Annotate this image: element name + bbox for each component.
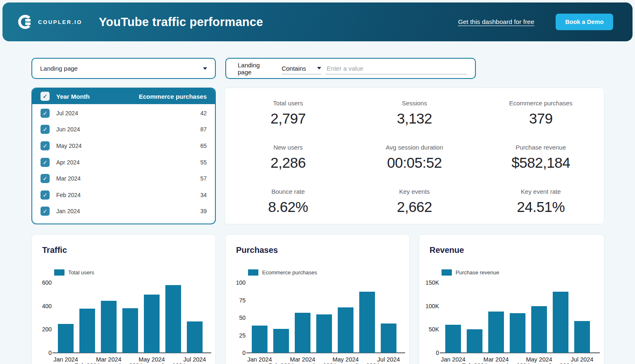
- select-all-checkbox[interactable]: ✓: [41, 92, 50, 101]
- row-checkbox[interactable]: ✓: [41, 109, 50, 118]
- kpi-value: 00:05:52: [387, 155, 442, 171]
- bar-mar-2024[interactable]: [488, 312, 504, 353]
- bar-may-2024[interactable]: [144, 295, 160, 353]
- operator-value: Contains: [282, 65, 306, 72]
- landing-page-condition-filter: Landing page Contains: [225, 58, 476, 79]
- column-year-month: Year Month: [56, 93, 90, 100]
- page-title: YouTube traffic performance: [99, 15, 263, 29]
- x-axis-label: Jul 2024: [368, 356, 409, 363]
- kpi-total-users: Total users2,797: [225, 94, 351, 138]
- x-axis-label: Jan 2024: [432, 356, 474, 363]
- table-row-jun-2024: ✓Jun 202487: [32, 121, 215, 138]
- chevron-down-icon: [317, 67, 321, 69]
- row-checkbox[interactable]: ✓: [41, 158, 50, 167]
- condition-field-label: Landing page: [238, 62, 272, 76]
- table-body: ✓Jul 202442✓Jun 202487✓May 202465✓Apr 20…: [32, 104, 215, 219]
- y-axis-tick: 25: [227, 332, 246, 339]
- get-dashboard-link[interactable]: Get this dashboard for free: [458, 18, 534, 26]
- x-axis-label: May 2024: [325, 356, 366, 363]
- bar-jul-2024[interactable]: [574, 321, 590, 353]
- row-month: Feb 2024: [56, 192, 81, 198]
- bar-jun-2024[interactable]: [359, 292, 375, 353]
- header: COUPLER.IO YouTube traffic performance G…: [2, 2, 633, 41]
- row-value: 42: [200, 110, 207, 117]
- row-value: 87: [200, 126, 207, 133]
- x-axis-label: Mar 2024: [475, 356, 517, 363]
- kpi-label: Avg session duration: [386, 144, 443, 151]
- bar-apr-2024[interactable]: [122, 308, 138, 353]
- x-axis-label: Mar 2024: [282, 356, 323, 363]
- bar-feb-2024[interactable]: [79, 309, 95, 353]
- x-axis-label: Jan 2024: [239, 356, 280, 363]
- revenue-chart-card: Revenue Purchase revenue 050K100K150KJan…: [419, 234, 604, 364]
- row-checkbox[interactable]: ✓: [41, 190, 50, 200]
- row-month: Jul 2024: [56, 110, 78, 117]
- bar-jul-2024[interactable]: [381, 324, 396, 353]
- y-axis-tick: 200: [33, 326, 52, 333]
- y-axis-tick: 50: [227, 314, 246, 321]
- kpi-label: Key event rate: [521, 188, 561, 195]
- x-axis-label: Jul 2024: [561, 356, 603, 363]
- purchases-chart-card: Purchases Ecommerce purchases 0255075100…: [225, 234, 410, 364]
- book-demo-button[interactable]: Book a Demo: [556, 14, 613, 30]
- y-axis-tick: 0: [33, 349, 52, 357]
- kpi-value: 379: [529, 110, 553, 127]
- y-axis-tick: 100: [227, 279, 246, 286]
- kpi-label: Ecommerce purchases: [509, 100, 572, 107]
- table-row-may-2024: ✓May 202465: [32, 138, 215, 154]
- chevron-down-icon: [203, 67, 207, 70]
- row-month: Jun 2024: [56, 126, 80, 133]
- kpi-avg-session-duration: Avg session duration00:05:52: [351, 138, 478, 182]
- bar-may-2024[interactable]: [338, 307, 353, 353]
- bar-jan-2024[interactable]: [58, 324, 74, 353]
- kpi-new-users: New users2,286: [225, 138, 351, 182]
- kpi-value: 2,286: [270, 155, 306, 171]
- x-axis-label: Jan 2024: [45, 356, 86, 363]
- y-axis-tick: 0: [421, 349, 439, 357]
- kpi-sessions: Sessions3,132: [351, 94, 478, 138]
- bar-jun-2024[interactable]: [165, 285, 181, 353]
- table-row-jul-2024: ✓Jul 202442: [32, 105, 215, 121]
- kpi-purchase-revenue: Purchase revenue$582,184: [477, 138, 604, 182]
- table-row-feb-2024: ✓Feb 202434: [32, 187, 215, 203]
- row-month: May 2024: [56, 143, 81, 149]
- row-value: 39: [200, 208, 207, 214]
- row-checkbox[interactable]: ✓: [41, 174, 50, 183]
- landing-page-dropdown[interactable]: Landing page: [31, 58, 216, 79]
- operator-select[interactable]: Contains: [282, 63, 321, 74]
- bar-mar-2024[interactable]: [101, 301, 117, 353]
- kpi-ecommerce-purchases: Ecommerce purchases379: [477, 94, 604, 138]
- bar-feb-2024[interactable]: [467, 329, 482, 353]
- filter-value-input[interactable]: [325, 63, 467, 74]
- dashboard: COUPLER.IO YouTube traffic performance G…: [0, 0, 635, 364]
- bar-jan-2024[interactable]: [445, 325, 461, 353]
- bar-apr-2024[interactable]: [510, 313, 525, 353]
- kpi-summary-card: Total users2,797Sessions3,132Ecommerce p…: [224, 88, 604, 224]
- x-axis-label: May 2024: [518, 356, 560, 363]
- bar-mar-2024[interactable]: [295, 313, 310, 353]
- bar-jun-2024[interactable]: [553, 292, 568, 353]
- row-checkbox[interactable]: ✓: [41, 207, 50, 216]
- bar-jan-2024[interactable]: [252, 326, 267, 353]
- kpi-bounce-rate: Bounce rate8.62%: [225, 182, 351, 226]
- bar-apr-2024[interactable]: [316, 314, 332, 353]
- kpi-value: $582,184: [511, 155, 570, 171]
- bar-feb-2024[interactable]: [273, 329, 289, 353]
- revenue-plot: 050K100K150KJan 2024Feb 2024Mar 2024Apr …: [419, 235, 604, 364]
- row-value: 34: [200, 192, 207, 198]
- row-checkbox[interactable]: ✓: [41, 141, 50, 150]
- kpi-value: 24.51%: [517, 199, 565, 215]
- kpi-label: Sessions: [402, 100, 427, 107]
- kpi-value: 2,662: [397, 199, 432, 215]
- landing-page-dropdown-label: Landing page: [40, 65, 78, 72]
- coupler-logo[interactable]: COUPLER.IO: [17, 14, 82, 30]
- traffic-chart-card: Traffic Total users 0200400600Jan 2024Fe…: [31, 234, 216, 364]
- kpi-key-event-rate: Key event rate24.51%: [477, 182, 604, 226]
- bar-jul-2024[interactable]: [187, 321, 203, 353]
- logo-text: COUPLER.IO: [38, 19, 82, 25]
- table-row-mar-2024: ✓Mar 202457: [32, 170, 215, 187]
- row-checkbox[interactable]: ✓: [41, 125, 50, 134]
- bar-may-2024[interactable]: [531, 306, 547, 353]
- row-value: 55: [200, 159, 207, 166]
- row-month: Mar 2024: [56, 175, 81, 182]
